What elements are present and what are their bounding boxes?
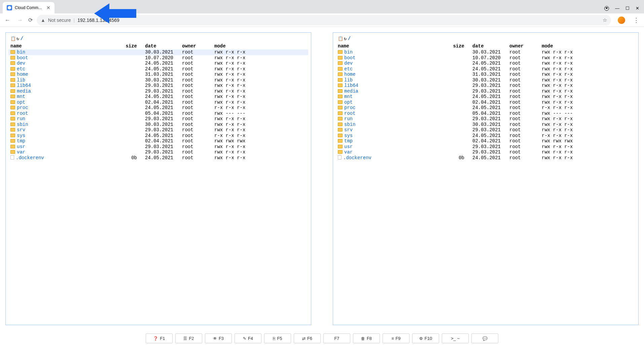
- right-panel[interactable]: 📋 ↻ / name size date owner mode bin30.03…: [333, 32, 639, 325]
- file-table: name size date owner mode bin30.03.2021r…: [8, 43, 308, 161]
- file-mode: rwx r-x r-x: [212, 116, 308, 122]
- file-mode: rwx r-x r-x: [540, 149, 636, 155]
- file-row[interactable]: usr29.03.2021rootrwx r-x r-x: [8, 144, 308, 150]
- file-row[interactable]: var29.03.2021rootrwx r-x r-x: [8, 149, 308, 155]
- col-mode[interactable]: mode: [540, 43, 636, 49]
- col-mode[interactable]: mode: [212, 43, 308, 49]
- file-row[interactable]: var29.03.2021rootrwx r-x r-x: [336, 149, 636, 155]
- file-row[interactable]: sys24.05.2021rootr-x r-x r-x: [336, 133, 636, 139]
- file-row[interactable]: etc24.05.2021rootrwx r-x r-x: [8, 66, 308, 72]
- file-row[interactable]: run29.03.2021rootrwx r-x r-x: [8, 116, 308, 122]
- file-size: [440, 138, 470, 144]
- file-size: 0b: [440, 155, 470, 161]
- file-row[interactable]: mnt24.05.2021rootrwx r-x r-x: [8, 94, 308, 100]
- clipboard-icon[interactable]: 📋: [338, 36, 343, 41]
- file-row[interactable]: dev24.05.2021rootrwx r-x r-x: [336, 61, 636, 66]
- file-name: run: [344, 116, 353, 121]
- file-owner: root: [507, 133, 540, 139]
- file-row[interactable]: sbin30.03.2021rootrwx r-x r-x: [8, 122, 308, 128]
- file-row[interactable]: lib30.03.2021rootrwx r-x r-x: [336, 77, 636, 83]
- file-row[interactable]: proc24.05.2021rootr-x r-x r-x: [336, 105, 636, 111]
- file-row[interactable]: .dockerenv0b24.05.2021rootrwx r-x r-x: [8, 155, 308, 161]
- file-row[interactable]: srv29.03.2021rootrwx r-x r-x: [8, 127, 308, 133]
- file-row[interactable]: bin30.03.2021rootrwx r-x r-x: [336, 49, 636, 55]
- file-mode: rwx r-x r-x: [540, 116, 636, 122]
- file-row[interactable]: root05.04.2021rootrwx --- ---: [8, 111, 308, 116]
- panel-path[interactable]: /: [348, 36, 351, 41]
- col-date[interactable]: date: [470, 43, 507, 49]
- file-row[interactable]: root05.04.2021rootrwx --- ---: [336, 111, 636, 116]
- back-button[interactable]: ←: [3, 17, 12, 24]
- file-row[interactable]: opt02.04.2021rootrwx r-x r-x: [8, 100, 308, 105]
- file-row[interactable]: sbin30.03.2021rootrwx r-x r-x: [336, 122, 636, 128]
- file-name: mnt: [17, 94, 25, 99]
- tab-close-icon[interactable]: ✕: [46, 5, 50, 10]
- file-name: media: [344, 89, 358, 94]
- address-bar[interactable]: ▲ Not secure | 192.168.1.135:4569 ☆: [37, 15, 611, 26]
- file-mode: rwx --- ---: [540, 111, 636, 116]
- file-row[interactable]: opt02.04.2021rootrwx r-x r-x: [336, 100, 636, 105]
- file-row[interactable]: proc24.05.2021rootr-x r-x r-x: [8, 105, 308, 111]
- file-date: 24.05.2021: [143, 61, 180, 66]
- browser-tab[interactable]: Cloud Comm... ✕: [3, 2, 55, 13]
- panel-path[interactable]: /: [21, 36, 23, 41]
- file-name: srv: [344, 127, 353, 133]
- col-size[interactable]: size: [113, 43, 143, 49]
- col-name[interactable]: name: [336, 43, 440, 49]
- bookmark-star-icon[interactable]: ☆: [603, 17, 607, 23]
- clipboard-icon[interactable]: 📋: [10, 36, 16, 41]
- file-row[interactable]: home31.03.2021rootrwx r-x r-x: [336, 72, 636, 77]
- window-close-icon[interactable]: ✕: [636, 6, 639, 11]
- reload-panel-icon[interactable]: ↻: [344, 36, 347, 41]
- window-minimize-icon[interactable]: —: [615, 6, 619, 11]
- file-row[interactable]: media29.03.2021rootrwx r-x r-x: [8, 89, 308, 94]
- col-name[interactable]: name: [8, 43, 113, 49]
- file-row[interactable]: lib6429.03.2021rootrwx r-x r-x: [336, 83, 636, 89]
- file-row[interactable]: sys24.05.2021rootr-x r-x r-x: [8, 133, 308, 139]
- file-mode: rwx r-x r-x: [212, 77, 308, 83]
- file-date: 24.05.2021: [470, 61, 507, 66]
- col-date[interactable]: date: [143, 43, 180, 49]
- file-mode: rwx r-x r-x: [212, 66, 308, 72]
- col-owner[interactable]: owner: [180, 43, 212, 49]
- col-owner[interactable]: owner: [507, 43, 540, 49]
- file-row[interactable]: boot10.07.2020rootrwx r-x r-x: [8, 55, 308, 61]
- file-row[interactable]: media29.03.2021rootrwx r-x r-x: [336, 89, 636, 94]
- file-row[interactable]: srv29.03.2021rootrwx r-x r-x: [336, 127, 636, 133]
- file-row[interactable]: etc24.05.2021rootrwx r-x r-x: [336, 66, 636, 72]
- left-panel[interactable]: 📋 ↻ / name size date owner mode bin30.03…: [5, 32, 311, 325]
- file-owner: root: [180, 94, 212, 100]
- file-row[interactable]: .dockerenv0b24.05.2021rootrwx r-x r-x: [336, 155, 636, 161]
- browser-menu-icon[interactable]: ⋮: [632, 16, 641, 24]
- folder-icon: [10, 145, 15, 148]
- forward-button[interactable]: →: [16, 17, 24, 24]
- file-mode: rwx r-x r-x: [540, 49, 636, 55]
- file-row[interactable]: home31.03.2021rootrwx r-x r-x: [8, 72, 308, 77]
- file-row[interactable]: dev24.05.2021rootrwx r-x r-x: [8, 61, 308, 66]
- file-name: proc: [17, 105, 28, 110]
- file-row[interactable]: bin30.03.2021rootrwx r-x r-x: [8, 49, 308, 55]
- file-date: 05.04.2021: [470, 111, 507, 116]
- file-row[interactable]: tmp02.04.2021rootrwx rwx rwx: [336, 138, 636, 144]
- profile-avatar[interactable]: [618, 16, 625, 24]
- file-row[interactable]: lib30.03.2021rootrwx r-x r-x: [8, 77, 308, 83]
- file-size: [440, 144, 470, 150]
- reload-panel-icon[interactable]: ↻: [16, 36, 19, 41]
- file-owner: root: [180, 116, 212, 122]
- file-owner: root: [180, 49, 212, 55]
- file-row[interactable]: mnt24.05.2021rootrwx r-x r-x: [336, 94, 636, 100]
- function-key-bar: ❓F1☰F2👁F3✎F4⎘F5⇄F6F7🗑F8≡F9⚙F10>_ ~💬: [0, 330, 644, 330]
- file-row[interactable]: run29.03.2021rootrwx r-x r-x: [336, 116, 636, 122]
- file-row[interactable]: boot10.07.2020rootrwx r-x r-x: [336, 55, 636, 61]
- window-maximize-icon[interactable]: ☐: [625, 6, 630, 11]
- folder-icon: [10, 50, 15, 54]
- col-size[interactable]: size: [440, 43, 470, 49]
- window-account-icon[interactable]: [604, 6, 609, 11]
- file-row[interactable]: lib6429.03.2021rootrwx r-x r-x: [8, 83, 308, 89]
- file-row[interactable]: tmp02.04.2021rootrwx rwx rwx: [8, 138, 308, 144]
- file-size: [113, 55, 143, 61]
- file-row[interactable]: usr29.03.2021rootrwx r-x r-x: [336, 144, 636, 150]
- folder-icon: [338, 56, 343, 60]
- reload-button[interactable]: ⟳: [28, 17, 33, 23]
- folder-icon: [338, 78, 343, 82]
